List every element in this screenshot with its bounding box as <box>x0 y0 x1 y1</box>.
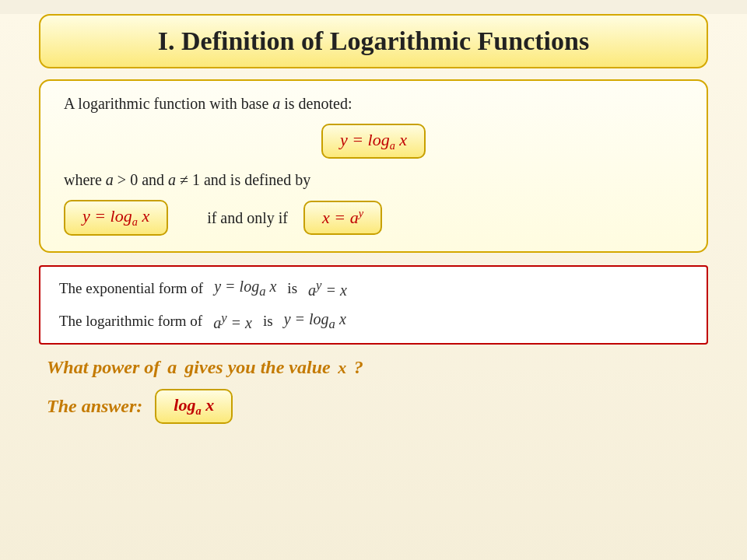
exp-log-box: The exponential form of y = loga x is ay… <box>39 265 708 345</box>
answer-line: The answer: loga x <box>47 389 700 424</box>
log-formula-left: ay = x <box>213 310 252 332</box>
answer-label: The answer: <box>47 396 142 417</box>
exp-label: The exponential form of <box>59 280 203 297</box>
formula2: y = loga x <box>64 200 168 235</box>
page: I. Definition of Logarithmic Functions A… <box>0 14 747 560</box>
formula1-container: y = loga x <box>64 124 683 159</box>
log-is: is <box>263 313 273 330</box>
formula1-math: y = loga x <box>340 130 407 152</box>
question-section: What power of a gives you the value x ? … <box>39 357 708 424</box>
log-formula-right: y = loga x <box>284 310 346 332</box>
log-row: The logarithmic form of ay = x is y = lo… <box>59 310 688 332</box>
iff-text: if and only if <box>207 209 288 227</box>
question-line: What power of a gives you the value x ? <box>47 357 700 378</box>
exp-formula-left: y = loga x <box>214 278 276 299</box>
question-x: x <box>334 358 351 378</box>
question-a: a <box>163 357 181 378</box>
question-mark: ? <box>354 357 363 378</box>
formula3: x = ay <box>303 201 382 234</box>
formula1: y = loga x <box>321 124 426 159</box>
definition-line1: A logarithmic function with base a is de… <box>64 95 683 113</box>
definition-box: A logarithmic function with base a is de… <box>39 79 708 253</box>
definition-line2: where a > 0 and a ≠ 1 and is defined by <box>64 171 683 189</box>
question-text: What power of <box>47 357 160 378</box>
title-section: I. Definition of Logarithmic Functions <box>39 14 708 68</box>
formula2-math: y = loga x <box>82 206 149 229</box>
formula3-math: x = ay <box>322 207 363 228</box>
exp-formula-right: ay = x <box>308 278 347 299</box>
exp-is: is <box>287 280 297 297</box>
log-label: The logarithmic form of <box>59 313 202 330</box>
page-title: I. Definition of Logarithmic Functions <box>59 26 688 56</box>
question-gives: gives you the value <box>184 357 330 378</box>
answer-formula-math: loga x <box>174 395 214 418</box>
exp-row: The exponential form of y = loga x is ay… <box>59 278 688 299</box>
answer-formula: loga x <box>155 389 233 424</box>
iff-row: y = loga x if and only if x = ay <box>64 200 683 235</box>
